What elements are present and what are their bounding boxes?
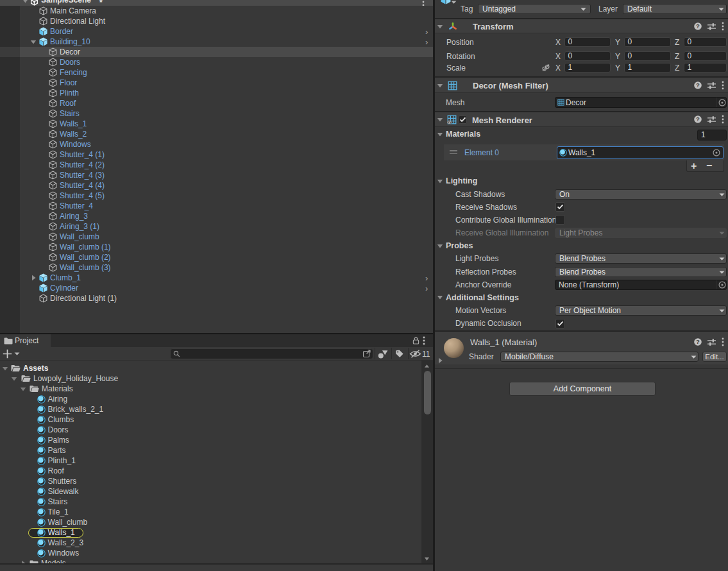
svg-text:?: ? [696,115,700,123]
svg-text:?: ? [696,338,700,345]
svg-text:?: ? [696,22,700,30]
svg-text:?: ? [696,81,700,89]
